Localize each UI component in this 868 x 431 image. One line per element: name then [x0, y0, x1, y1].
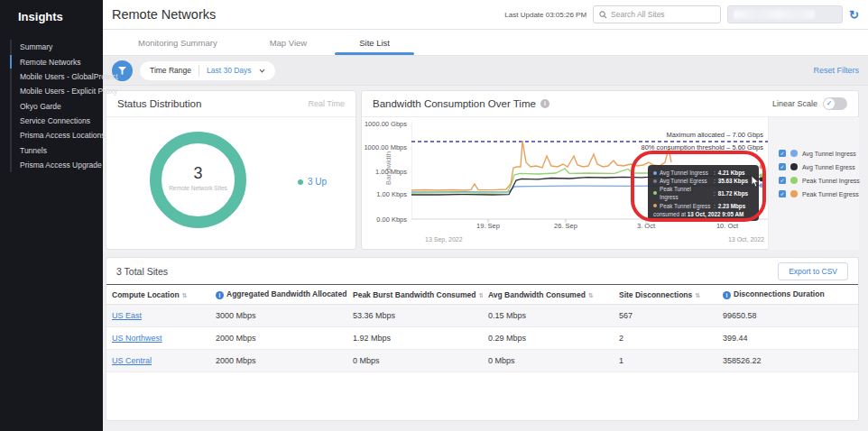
reset-filters-link[interactable]: Reset Filters	[813, 66, 859, 75]
max-allocated-annotation: Maximum allocated – 7.00 Gbps	[666, 131, 763, 139]
tooltip-colon: :	[714, 202, 716, 210]
redacted-blur	[734, 10, 815, 19]
series-color-dot	[653, 171, 657, 175]
tooltip-label: Peak Tunnel Egress	[660, 202, 711, 210]
sidebar-title: Insights	[0, 0, 103, 34]
info-icon[interactable]: i	[723, 291, 731, 299]
sidebar-item-tunnels[interactable]: Tunnels	[12, 143, 103, 158]
redacted-account-selector[interactable]	[727, 5, 843, 23]
tooltip-row: Avg Tunnel Egress : 35.63 Kbps	[653, 177, 753, 185]
tab-site-list[interactable]: Site List	[333, 30, 416, 55]
cell-duration: 358526.22	[717, 350, 858, 372]
sidebar-item-remote-networks[interactable]: Remote Networks	[12, 54, 103, 69]
series-color-dot	[790, 177, 798, 184]
sort-icon[interactable]: ⇅	[588, 292, 594, 299]
tooltip-value: 81.72 Kbps	[718, 189, 748, 197]
sidebar-item-summary[interactable]: Summary	[12, 40, 103, 54]
status-card-title: Status Distribution	[117, 98, 201, 109]
cell-avg: 0 Mbps	[483, 350, 614, 372]
time-range-dropdown[interactable]: Time Range Last 30 Days	[140, 61, 275, 80]
col-site-disconnections[interactable]: Site Disconnections⇅	[614, 285, 717, 305]
search-box[interactable]	[593, 5, 721, 23]
chart-tooltip: Avg Tunnel Ingress : 4.21 Kbps Avg Tunne…	[648, 165, 759, 221]
insights-dashboard: Insights Summary Remote Networks Mobile …	[0, 0, 868, 431]
divider	[199, 65, 199, 77]
site-link-us-central[interactable]: US Central	[112, 356, 152, 365]
legend-avg-tunnel-ingress[interactable]: ✓ Avg Tunnel Ingress	[779, 150, 856, 157]
sort-icon[interactable]: ⇅	[695, 292, 700, 299]
legend-peak-tunnel-egress[interactable]: ✓ Peak Tunnel Egress	[779, 190, 859, 197]
top-bar: Remote Networks Last Update 03:05:26 PM …	[103, 0, 868, 30]
site-link-us-east[interactable]: US East	[112, 311, 142, 320]
series-color-dot	[653, 204, 657, 207]
cell-avg: 0.29 Mbps	[483, 327, 614, 350]
bandwidth-chart-area: Bandwidth 1000.00 Gbps 1000.00 Mbps 1.00…	[362, 117, 858, 250]
tooltip-value: 35.63 Kbps	[718, 177, 748, 185]
checkbox-checked-icon[interactable]: ✓	[779, 177, 786, 184]
sidebar-item-mobile-users-globalprotect[interactable]: Mobile Users - GlobalProtect	[12, 69, 103, 84]
table-row: US Northwest 2000 Mbps 1.92 Mbps 0.29 Mb…	[106, 327, 858, 350]
sort-icon[interactable]: ⇅	[479, 292, 484, 299]
tab-monitoring-summary[interactable]: Monitoring Summary	[112, 30, 244, 55]
column-label: Site Disconnections	[619, 290, 692, 299]
sidebar-item-prisma-access-locations[interactable]: Prisma Access Locations	[12, 128, 103, 142]
chevron-down-icon	[259, 66, 265, 75]
series-color-dot	[653, 191, 657, 195]
legend-label: Avg Tunnel Ingress	[802, 151, 856, 157]
sidebar-item-service-connections[interactable]: Service Connections	[12, 114, 103, 128]
status-legend-up[interactable]: 3 Up	[298, 177, 327, 187]
y-tick: 0.00 Kbps	[362, 216, 407, 224]
content-area: Status Distribution Real Time 3 Remote N…	[103, 86, 868, 431]
cell-duration: 399.44	[717, 327, 858, 350]
sidebar-nav: Summary Remote Networks Mobile Users - G…	[10, 40, 103, 172]
col-compute-location[interactable]: Compute Location⇅	[106, 285, 210, 305]
col-aggregated-bandwidth[interactable]: iAggregated Bandwidth Allocated	[210, 285, 347, 305]
sidebar-item-okyo-garde[interactable]: Okyo Garde	[12, 99, 103, 114]
site-link-us-northwest[interactable]: US Northwest	[112, 334, 162, 343]
col-avg-bandwidth[interactable]: Avg Bandwidth Consumed⇅	[483, 285, 614, 305]
col-peak-burst[interactable]: Peak Burst Bandwidth Consumed⇅	[347, 285, 483, 305]
cell-allocated: 2000 Mbps	[210, 350, 347, 372]
checkbox-checked-icon[interactable]: ✓	[779, 163, 786, 170]
sidebar-item-mobile-users-explicit-proxy[interactable]: Mobile Users - Explicit Proxy	[12, 84, 103, 98]
search-icon	[599, 6, 607, 23]
series-color-dot	[790, 150, 798, 157]
x-range-end: 13 Oct, 2022	[728, 236, 764, 243]
main-area: Remote Networks Last Update 03:05:26 PM …	[103, 0, 868, 431]
tooltip-footer: consumed at 13 Oct, 2022 9:05 AM	[653, 211, 753, 217]
page-title: Remote Networks	[112, 7, 216, 22]
time-range-label: Time Range	[150, 66, 191, 75]
sort-icon[interactable]: ⇅	[182, 292, 188, 299]
info-icon[interactable]: i	[540, 99, 549, 108]
linear-scale-label: Linear Scale	[772, 99, 817, 108]
table-header-bar: 3 Total Sites Export to CSV	[106, 258, 858, 284]
refresh-icon[interactable]: ↻	[849, 9, 859, 21]
tooltip-row: Peak Tunnel Ingress : 81.72 Kbps	[653, 185, 753, 201]
legend-label: Avg Tunnel Egress	[802, 164, 855, 170]
tooltip-row: Avg Tunnel Ingress : 4.21 Kbps	[653, 169, 753, 177]
col-disconnections-duration[interactable]: iDisconnections Duration	[717, 285, 858, 305]
export-to-csv-button[interactable]: Export to CSV	[778, 262, 848, 280]
site-count: 3	[150, 164, 246, 183]
legend-peak-tunnel-ingress[interactable]: ✓ Peak Tunnel Ingress	[779, 177, 860, 184]
series-color-dot	[790, 190, 798, 197]
site-count-label: Remote Network Sites	[150, 185, 246, 191]
linear-scale-toggle[interactable]: ✓	[823, 97, 847, 110]
checkbox-checked-icon[interactable]: ✓	[779, 190, 786, 197]
info-icon[interactable]: i	[216, 291, 224, 299]
x-tick: 3. Oct	[626, 222, 666, 230]
legend-label: Peak Tunnel Ingress	[802, 178, 860, 184]
filter-bar: Time Range Last 30 Days Reset Filters	[103, 56, 868, 86]
y-tick: 1000.00 Mbps	[362, 143, 407, 151]
tab-map-view[interactable]: Map View	[244, 30, 334, 55]
sites-table-card: 3 Total Sites Export to CSV Compute Loca…	[106, 257, 859, 421]
toggle-knob: ✓	[824, 98, 835, 109]
checkbox-checked-icon[interactable]: ✓	[779, 150, 786, 157]
cell-peak: 53.36 Mbps	[347, 305, 483, 327]
tooltip-label: Peak Tunnel Ingress	[660, 185, 711, 201]
legend-avg-tunnel-egress[interactable]: ✓ Avg Tunnel Egress	[779, 163, 855, 170]
tooltip-label: Avg Tunnel Egress	[660, 177, 711, 185]
search-input[interactable]	[611, 10, 715, 19]
real-time-badge: Real Time	[308, 99, 345, 108]
sidebar-item-prisma-access-upgrade[interactable]: Prisma Access Upgrade	[12, 158, 103, 172]
